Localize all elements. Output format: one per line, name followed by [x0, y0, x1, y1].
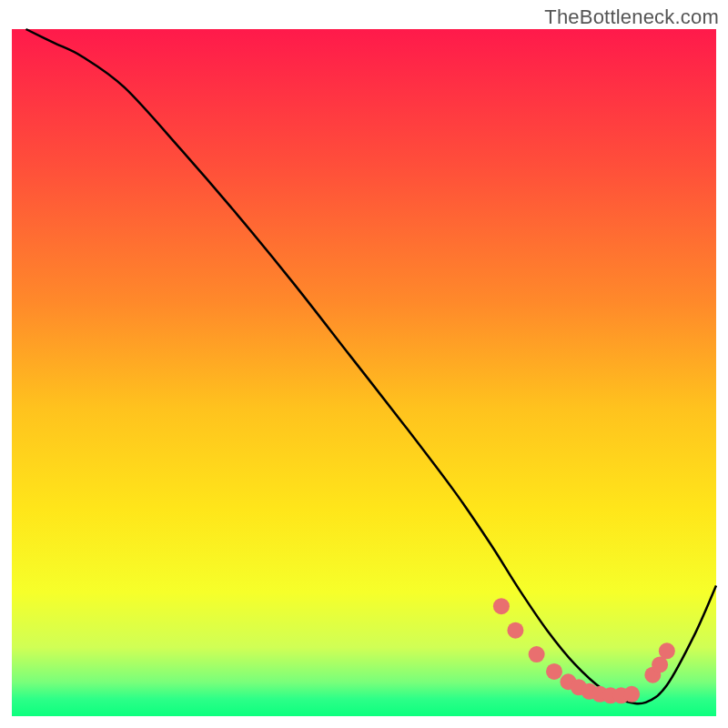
marker-dot	[529, 646, 545, 662]
marker-dot	[493, 598, 510, 614]
marker-dot	[659, 642, 675, 659]
marker-dot	[623, 686, 640, 703]
bottleneck-chart	[0, 0, 728, 728]
attribution-label: TheBottleneck.com	[544, 5, 719, 29]
chart-stage: TheBottleneck.com	[0, 0, 728, 728]
marker-dot	[546, 663, 562, 680]
marker-dot	[507, 622, 523, 639]
